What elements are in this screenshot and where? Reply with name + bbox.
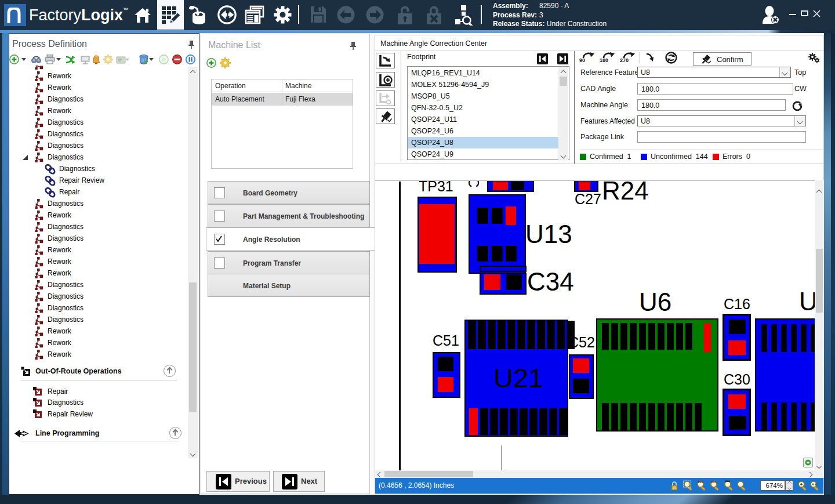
svg-text:ALL: ALL [711,480,718,484]
svg-text:100: 100 [698,480,704,484]
